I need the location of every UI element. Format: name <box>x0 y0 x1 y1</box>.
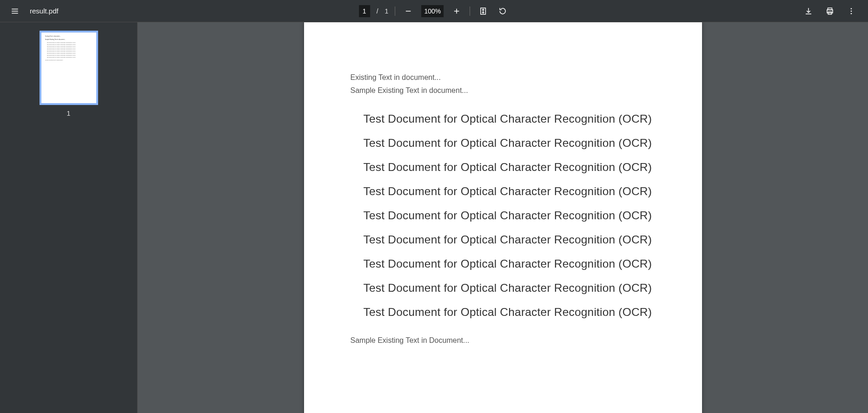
download-button[interactable] <box>802 5 815 18</box>
toolbar-divider <box>395 7 395 16</box>
ocr-text-line: Test Document for Optical Character Reco… <box>364 161 656 174</box>
toolbar-divider <box>470 7 470 16</box>
toolbar-right <box>792 5 868 18</box>
thumb-text: Test Document for Optical Character Reco… <box>47 57 93 58</box>
minus-icon <box>404 7 412 15</box>
ocr-text-line: Test Document for Optical Character Reco… <box>364 282 656 295</box>
ocr-text-line: Test Document for Optical Character Reco… <box>364 185 656 198</box>
more-options-button[interactable] <box>845 5 858 18</box>
ocr-text-block: Test Document for Optical Character Reco… <box>364 112 656 319</box>
ocr-text-line: Test Document for Optical Character Reco… <box>364 233 656 246</box>
menu-button[interactable] <box>8 5 21 18</box>
ocr-text-line: Test Document for Optical Character Reco… <box>364 209 656 222</box>
thumb-text: Existing Text in document... <box>45 35 93 37</box>
ocr-text-line: Test Document for Optical Character Reco… <box>364 112 656 125</box>
zoom-level-input[interactable] <box>421 5 444 17</box>
svg-point-13 <box>851 8 852 9</box>
more-vertical-icon <box>847 7 855 15</box>
thumb-text: Test Document for Optical Character Reco… <box>47 53 93 54</box>
rotate-button[interactable] <box>496 5 509 18</box>
page-number-input[interactable] <box>359 5 370 17</box>
svg-point-14 <box>851 10 852 12</box>
thumb-text: Test Document for Optical Character Reco… <box>47 44 93 45</box>
fit-page-icon <box>479 7 487 15</box>
pdf-page: Existing Text in document... Sample Exis… <box>304 22 702 413</box>
thumbnail-page-number: 1 <box>67 110 71 117</box>
zoom-out-button[interactable] <box>402 5 415 18</box>
page-separator: / <box>377 7 378 15</box>
fit-to-page-button[interactable] <box>477 5 490 18</box>
thumb-text: Sample Existing Text in Document... <box>45 59 93 61</box>
page-thumbnail[interactable]: Existing Text in document... Sample Exis… <box>40 31 98 105</box>
zoom-in-button[interactable] <box>450 5 463 18</box>
thumb-text: Test Document for Optical Character Reco… <box>47 46 93 47</box>
thumbnail-sidebar: Existing Text in document... Sample Exis… <box>0 22 138 413</box>
filename-label: result.pdf <box>30 7 59 15</box>
ocr-text-line: Test Document for Optical Character Reco… <box>364 137 656 150</box>
main-area: Existing Text in document... Sample Exis… <box>0 22 868 413</box>
ocr-text-line: Test Document for Optical Character Reco… <box>364 257 656 270</box>
thumb-text: Test Document for Optical Character Reco… <box>47 47 93 49</box>
document-text-line: Sample Existing Text in Document... <box>351 336 656 345</box>
thumbnail-item[interactable]: Existing Text in document... Sample Exis… <box>40 31 98 117</box>
toolbar: result.pdf / 1 <box>0 0 868 22</box>
ocr-text-line: Test Document for Optical Character Reco… <box>364 306 656 319</box>
thumb-text: Sample Existing Text in document... <box>45 39 93 40</box>
svg-point-15 <box>851 13 852 14</box>
thumb-text: Test Document for Optical Character Reco… <box>47 49 93 51</box>
print-button[interactable] <box>823 5 836 18</box>
plus-icon <box>452 7 461 15</box>
print-icon <box>826 7 834 15</box>
document-text-line: Sample Existing Text in document... <box>351 86 656 95</box>
hamburger-icon <box>11 7 19 15</box>
download-icon <box>804 7 813 15</box>
toolbar-left: result.pdf <box>0 5 67 18</box>
thumb-text: Test Document for Optical Character Reco… <box>47 42 93 43</box>
document-text-line: Existing Text in document... <box>351 73 656 82</box>
page-total-label: 1 <box>385 7 389 15</box>
document-viewport[interactable]: Existing Text in document... Sample Exis… <box>138 22 868 413</box>
thumb-text: Test Document for Optical Character Reco… <box>47 55 93 56</box>
thumb-text: Test Document for Optical Character Reco… <box>47 51 93 52</box>
toolbar-center: / 1 <box>359 5 510 18</box>
rotate-icon <box>498 7 507 15</box>
